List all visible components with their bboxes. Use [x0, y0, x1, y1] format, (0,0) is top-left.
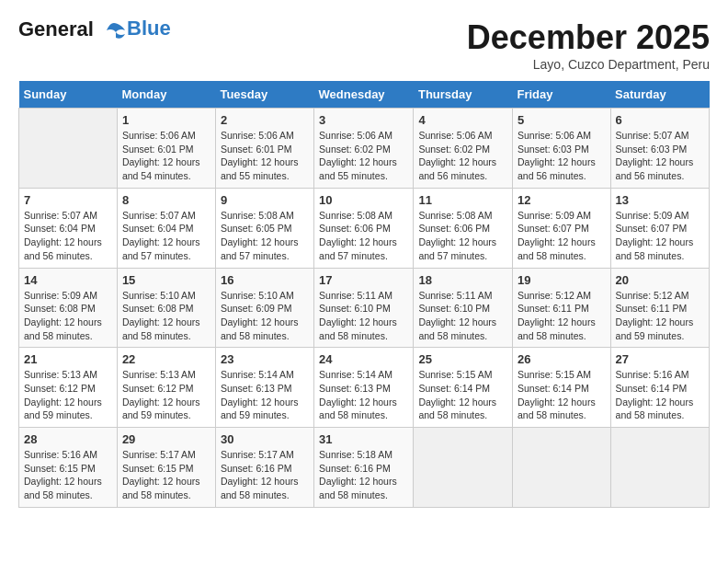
calendar-cell: 5Sunrise: 5:06 AMSunset: 6:03 PMDaylight…	[513, 109, 611, 189]
calendar-cell: 25Sunrise: 5:15 AMSunset: 6:14 PMDayligh…	[414, 348, 513, 428]
header-friday: Friday	[513, 81, 611, 109]
day-info: Sunrise: 5:11 AMSunset: 6:10 PMDaylight:…	[418, 289, 507, 343]
day-info: Sunrise: 5:17 AMSunset: 6:16 PMDaylight:…	[221, 448, 309, 502]
header-sunday: Sunday	[19, 81, 118, 109]
calendar-cell: 2Sunrise: 5:06 AMSunset: 6:01 PMDaylight…	[215, 109, 313, 189]
calendar-cell: 16Sunrise: 5:10 AMSunset: 6:09 PMDayligh…	[215, 268, 313, 348]
day-number: 29	[122, 432, 210, 446]
day-info: Sunrise: 5:12 AMSunset: 6:11 PMDaylight:…	[616, 289, 704, 343]
logo-text: General Blue	[18, 18, 171, 40]
calendar-cell: 7Sunrise: 5:07 AMSunset: 6:04 PMDaylight…	[19, 188, 118, 268]
logo: General Blue	[18, 18, 171, 40]
calendar-cell: 1Sunrise: 5:06 AMSunset: 6:01 PMDaylight…	[117, 109, 215, 189]
day-info: Sunrise: 5:15 AMSunset: 6:14 PMDaylight:…	[518, 368, 606, 422]
calendar-cell: 29Sunrise: 5:17 AMSunset: 6:15 PMDayligh…	[117, 428, 215, 508]
day-number: 9	[221, 193, 309, 207]
day-number: 14	[24, 273, 112, 287]
day-info: Sunrise: 5:06 AMSunset: 6:02 PMDaylight:…	[418, 129, 507, 183]
calendar-cell	[610, 428, 709, 508]
day-number: 31	[319, 432, 408, 446]
calendar-cell: 6Sunrise: 5:07 AMSunset: 6:03 PMDaylight…	[610, 109, 709, 189]
calendar-cell: 14Sunrise: 5:09 AMSunset: 6:08 PMDayligh…	[19, 268, 118, 348]
day-number: 16	[221, 273, 309, 287]
calendar-cell: 15Sunrise: 5:10 AMSunset: 6:08 PMDayligh…	[117, 268, 215, 348]
calendar-cell: 19Sunrise: 5:12 AMSunset: 6:11 PMDayligh…	[513, 268, 611, 348]
day-info: Sunrise: 5:17 AMSunset: 6:15 PMDaylight:…	[122, 448, 210, 502]
day-info: Sunrise: 5:12 AMSunset: 6:11 PMDaylight:…	[518, 289, 606, 343]
day-number: 11	[418, 193, 507, 207]
day-number: 21	[24, 352, 112, 366]
day-number: 25	[418, 352, 507, 366]
calendar-cell: 18Sunrise: 5:11 AMSunset: 6:10 PMDayligh…	[414, 268, 513, 348]
day-number: 7	[24, 193, 112, 207]
day-number: 30	[221, 432, 309, 446]
day-info: Sunrise: 5:09 AMSunset: 6:07 PMDaylight:…	[518, 209, 606, 263]
day-number: 15	[122, 273, 210, 287]
day-number: 20	[616, 273, 704, 287]
calendar-cell: 23Sunrise: 5:14 AMSunset: 6:13 PMDayligh…	[215, 348, 313, 428]
calendar-cell: 30Sunrise: 5:17 AMSunset: 6:16 PMDayligh…	[215, 428, 313, 508]
day-info: Sunrise: 5:09 AMSunset: 6:08 PMDaylight:…	[24, 289, 112, 343]
day-info: Sunrise: 5:08 AMSunset: 6:06 PMDaylight:…	[319, 209, 408, 263]
day-info: Sunrise: 5:06 AMSunset: 6:02 PMDaylight:…	[319, 129, 408, 183]
day-number: 17	[319, 273, 408, 287]
calendar-cell: 28Sunrise: 5:16 AMSunset: 6:15 PMDayligh…	[19, 428, 118, 508]
day-info: Sunrise: 5:06 AMSunset: 6:03 PMDaylight:…	[518, 129, 606, 183]
day-info: Sunrise: 5:10 AMSunset: 6:08 PMDaylight:…	[122, 289, 210, 343]
logo-bird-icon	[101, 21, 127, 40]
calendar-cell: 21Sunrise: 5:13 AMSunset: 6:12 PMDayligh…	[19, 348, 118, 428]
calendar-header-row: SundayMondayTuesdayWednesdayThursdayFrid…	[19, 81, 710, 109]
location: Layo, Cuzco Department, Peru	[467, 57, 710, 72]
day-number: 26	[518, 352, 606, 366]
day-info: Sunrise: 5:09 AMSunset: 6:07 PMDaylight:…	[616, 209, 704, 263]
calendar-week-2: 7Sunrise: 5:07 AMSunset: 6:04 PMDaylight…	[19, 188, 710, 268]
day-number: 19	[518, 273, 606, 287]
day-info: Sunrise: 5:14 AMSunset: 6:13 PMDaylight:…	[319, 368, 408, 422]
calendar-cell: 10Sunrise: 5:08 AMSunset: 6:06 PMDayligh…	[314, 188, 414, 268]
calendar-cell	[513, 428, 611, 508]
day-number: 12	[518, 193, 606, 207]
day-number: 10	[319, 193, 408, 207]
day-number: 2	[221, 113, 309, 127]
day-number: 23	[221, 352, 309, 366]
day-info: Sunrise: 5:07 AMSunset: 6:04 PMDaylight:…	[122, 209, 210, 263]
day-number: 8	[122, 193, 210, 207]
day-info: Sunrise: 5:13 AMSunset: 6:12 PMDaylight:…	[24, 368, 112, 422]
calendar-week-3: 14Sunrise: 5:09 AMSunset: 6:08 PMDayligh…	[19, 268, 710, 348]
day-info: Sunrise: 5:07 AMSunset: 6:04 PMDaylight:…	[24, 209, 112, 263]
day-number: 4	[418, 113, 507, 127]
day-info: Sunrise: 5:13 AMSunset: 6:12 PMDaylight:…	[122, 368, 210, 422]
day-number: 24	[319, 352, 408, 366]
calendar-week-5: 28Sunrise: 5:16 AMSunset: 6:15 PMDayligh…	[19, 428, 710, 508]
calendar-cell: 9Sunrise: 5:08 AMSunset: 6:05 PMDaylight…	[215, 188, 313, 268]
header-wednesday: Wednesday	[314, 81, 414, 109]
day-info: Sunrise: 5:08 AMSunset: 6:05 PMDaylight:…	[221, 209, 309, 263]
calendar-cell	[19, 109, 118, 189]
calendar-cell: 22Sunrise: 5:13 AMSunset: 6:12 PMDayligh…	[117, 348, 215, 428]
title-area: December 2025 Layo, Cuzco Department, Pe…	[467, 18, 710, 72]
day-number: 28	[24, 432, 112, 446]
day-number: 18	[418, 273, 507, 287]
header-thursday: Thursday	[414, 81, 513, 109]
day-info: Sunrise: 5:16 AMSunset: 6:15 PMDaylight:…	[24, 448, 112, 502]
calendar-cell: 24Sunrise: 5:14 AMSunset: 6:13 PMDayligh…	[314, 348, 414, 428]
calendar-cell: 11Sunrise: 5:08 AMSunset: 6:06 PMDayligh…	[414, 188, 513, 268]
calendar-cell: 12Sunrise: 5:09 AMSunset: 6:07 PMDayligh…	[513, 188, 611, 268]
day-number: 13	[616, 193, 704, 207]
day-info: Sunrise: 5:08 AMSunset: 6:06 PMDaylight:…	[418, 209, 507, 263]
day-info: Sunrise: 5:06 AMSunset: 6:01 PMDaylight:…	[122, 129, 210, 183]
day-info: Sunrise: 5:18 AMSunset: 6:16 PMDaylight:…	[319, 448, 408, 502]
calendar-table: SundayMondayTuesdayWednesdayThursdayFrid…	[18, 81, 710, 508]
calendar-cell: 26Sunrise: 5:15 AMSunset: 6:14 PMDayligh…	[513, 348, 611, 428]
day-number: 3	[319, 113, 408, 127]
calendar-week-4: 21Sunrise: 5:13 AMSunset: 6:12 PMDayligh…	[19, 348, 710, 428]
day-info: Sunrise: 5:10 AMSunset: 6:09 PMDaylight:…	[221, 289, 309, 343]
day-number: 22	[122, 352, 210, 366]
day-info: Sunrise: 5:16 AMSunset: 6:14 PMDaylight:…	[616, 368, 704, 422]
calendar-cell: 27Sunrise: 5:16 AMSunset: 6:14 PMDayligh…	[610, 348, 709, 428]
calendar-cell: 8Sunrise: 5:07 AMSunset: 6:04 PMDaylight…	[117, 188, 215, 268]
calendar-cell: 31Sunrise: 5:18 AMSunset: 6:16 PMDayligh…	[314, 428, 414, 508]
day-info: Sunrise: 5:07 AMSunset: 6:03 PMDaylight:…	[616, 129, 704, 183]
day-number: 6	[616, 113, 704, 127]
logo-line2: Blue	[127, 17, 171, 40]
